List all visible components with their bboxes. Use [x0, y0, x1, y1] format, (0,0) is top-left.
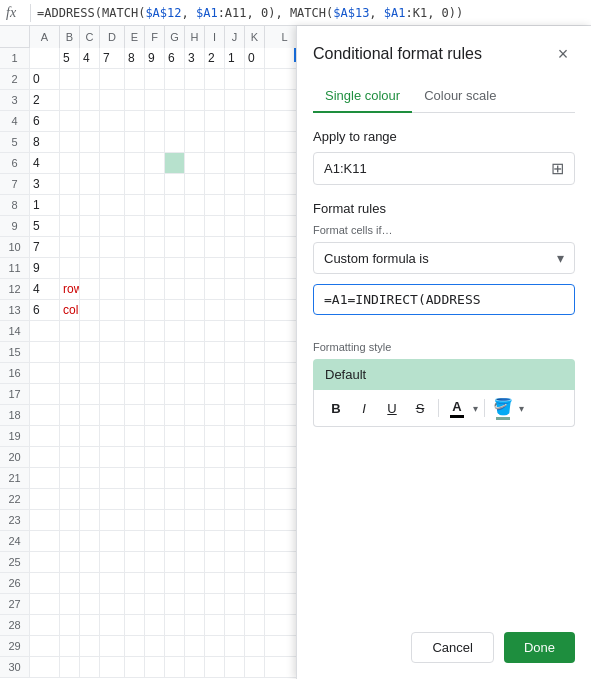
cell[interactable] — [185, 90, 205, 110]
cell[interactable] — [245, 594, 265, 614]
cell[interactable]: 2 — [205, 48, 225, 68]
cell[interactable] — [100, 636, 125, 656]
cell[interactable] — [80, 90, 100, 110]
cell[interactable]: 7 — [100, 48, 125, 68]
cell[interactable] — [185, 636, 205, 656]
cell[interactable] — [100, 447, 125, 467]
cell[interactable] — [100, 384, 125, 404]
cell[interactable] — [165, 321, 185, 341]
cell[interactable] — [125, 426, 145, 446]
cell[interactable] — [145, 132, 165, 152]
cell[interactable] — [205, 531, 225, 551]
cell[interactable] — [185, 342, 205, 362]
cell[interactable] — [125, 363, 145, 383]
cell[interactable] — [145, 258, 165, 278]
cell[interactable] — [60, 405, 80, 425]
close-button[interactable]: × — [551, 42, 575, 66]
cell[interactable] — [205, 342, 225, 362]
cell[interactable] — [80, 321, 100, 341]
cell[interactable] — [205, 552, 225, 572]
cell[interactable] — [245, 237, 265, 257]
cell[interactable]: 1 — [225, 48, 245, 68]
cell[interactable] — [125, 216, 145, 236]
cell[interactable] — [185, 510, 205, 530]
cell[interactable] — [165, 258, 185, 278]
cell[interactable] — [245, 636, 265, 656]
cell[interactable] — [80, 363, 100, 383]
cell[interactable] — [60, 174, 80, 194]
cell[interactable] — [225, 300, 245, 320]
cell[interactable] — [30, 342, 60, 362]
cell[interactable]: row — [60, 279, 80, 299]
cell[interactable] — [145, 510, 165, 530]
cell[interactable] — [80, 657, 100, 677]
cell[interactable] — [125, 153, 145, 173]
cell[interactable]: 4 — [80, 48, 100, 68]
cell[interactable] — [245, 573, 265, 593]
cell[interactable] — [165, 216, 185, 236]
cell[interactable]: 8 — [125, 48, 145, 68]
cell[interactable] — [225, 636, 245, 656]
cell[interactable] — [100, 363, 125, 383]
apply-to-range-input[interactable]: A1:K11 ⊞ — [313, 152, 575, 185]
cell[interactable] — [185, 174, 205, 194]
cell[interactable] — [145, 615, 165, 635]
cell[interactable] — [80, 300, 100, 320]
cell[interactable] — [225, 69, 245, 89]
cell[interactable] — [245, 195, 265, 215]
cell[interactable] — [165, 342, 185, 362]
cell[interactable] — [125, 111, 145, 131]
cell[interactable] — [245, 447, 265, 467]
cell[interactable] — [245, 510, 265, 530]
bold-button[interactable]: B — [324, 396, 348, 420]
cell[interactable] — [165, 363, 185, 383]
cell[interactable] — [80, 174, 100, 194]
cell[interactable] — [125, 258, 145, 278]
cell[interactable] — [100, 132, 125, 152]
cell[interactable] — [80, 111, 100, 131]
cell[interactable] — [145, 384, 165, 404]
cell[interactable] — [225, 510, 245, 530]
cell[interactable] — [225, 426, 245, 446]
cell[interactable] — [60, 636, 80, 656]
cell[interactable] — [100, 594, 125, 614]
cell[interactable] — [100, 216, 125, 236]
col-header-F[interactable]: F — [145, 26, 165, 48]
cell[interactable] — [60, 615, 80, 635]
cell[interactable] — [60, 342, 80, 362]
cell[interactable]: 5 — [30, 216, 60, 236]
cell[interactable] — [245, 132, 265, 152]
cell[interactable] — [185, 132, 205, 152]
cell[interactable] — [80, 153, 100, 173]
cell[interactable] — [60, 216, 80, 236]
cell[interactable] — [145, 405, 165, 425]
cell[interactable] — [30, 615, 60, 635]
cell[interactable] — [245, 426, 265, 446]
cell[interactable]: 7 — [30, 237, 60, 257]
cell[interactable] — [245, 552, 265, 572]
cancel-button[interactable]: Cancel — [411, 632, 493, 663]
cell[interactable] — [165, 384, 185, 404]
cell[interactable]: 3 — [185, 48, 205, 68]
cell[interactable] — [30, 405, 60, 425]
cell[interactable] — [165, 531, 185, 551]
cell[interactable] — [165, 489, 185, 509]
cell[interactable] — [245, 615, 265, 635]
cell[interactable] — [125, 552, 145, 572]
cell[interactable] — [205, 405, 225, 425]
cell[interactable] — [125, 237, 145, 257]
col-header-A[interactable]: A — [30, 26, 60, 48]
cell[interactable] — [245, 531, 265, 551]
cell[interactable] — [30, 447, 60, 467]
cell[interactable] — [125, 90, 145, 110]
tab-colour-scale[interactable]: Colour scale — [412, 80, 508, 113]
col-header-H[interactable]: H — [185, 26, 205, 48]
cell[interactable] — [100, 489, 125, 509]
cell[interactable] — [60, 552, 80, 572]
cell[interactable] — [225, 111, 245, 131]
cell[interactable] — [245, 489, 265, 509]
cell[interactable] — [80, 405, 100, 425]
cell[interactable] — [145, 447, 165, 467]
cell[interactable] — [225, 363, 245, 383]
cell[interactable] — [145, 279, 165, 299]
